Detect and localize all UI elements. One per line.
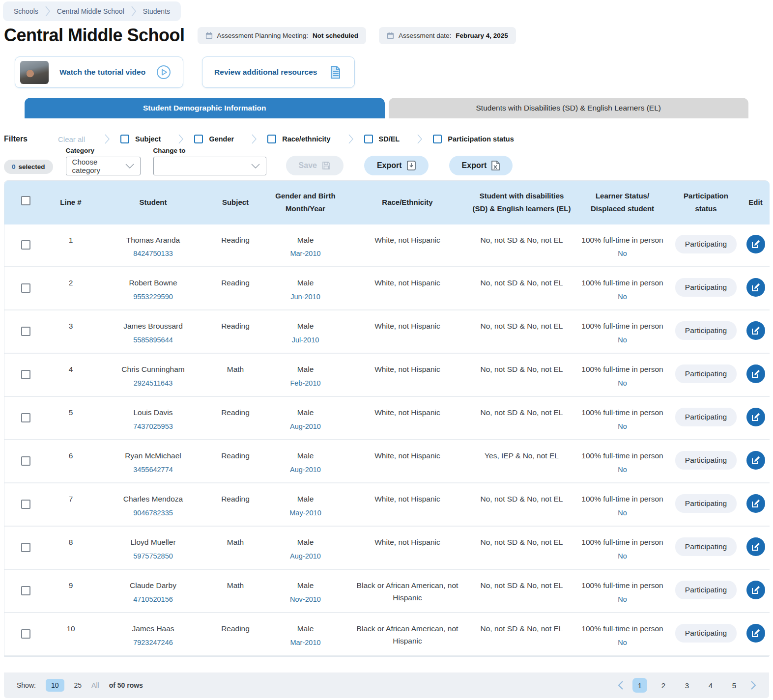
row-checkbox[interactable]	[21, 413, 30, 422]
participation-status-button[interactable]: Participating	[675, 235, 737, 253]
save-icon	[322, 161, 331, 170]
title-row: Central Middle School Assessment Plannin…	[4, 25, 773, 46]
participation-status-button[interactable]: Participating	[675, 451, 737, 470]
race-ethnicity-cell: White, not Hispanic	[346, 310, 469, 353]
category-field: Category Choose category	[66, 147, 141, 175]
export-excel-button[interactable]: Export	[449, 156, 513, 175]
col-race-ethnicity: Race/Ethnicity	[346, 181, 469, 224]
participation-status-button[interactable]: Participating	[675, 581, 737, 599]
participation-status-button[interactable]: Participating	[675, 494, 737, 513]
tab-student-demographic[interactable]: Student Demographic Information	[25, 98, 385, 118]
row-checkbox[interactable]	[21, 370, 30, 379]
gender-birth-cell: Male Aug-2010	[265, 526, 346, 569]
row-checkbox[interactable]	[21, 500, 30, 509]
filter-participation-checkbox[interactable]	[433, 135, 442, 143]
change-to-select[interactable]	[153, 157, 266, 175]
filter-subject-checkbox[interactable]	[120, 135, 129, 143]
edit-button[interactable]	[746, 408, 765, 426]
select-all-checkbox[interactable]	[21, 196, 30, 205]
participation-status-button[interactable]: Participating	[675, 278, 737, 297]
show-25-option[interactable]: 25	[74, 681, 82, 689]
sd-el-cell: No, not SD & No, not EL	[469, 396, 574, 440]
birth-month-year: Aug-2010	[268, 464, 343, 476]
learner-status-cell: 100% full-time in person No	[574, 483, 670, 526]
participation-status-button[interactable]: Participating	[675, 321, 737, 340]
edit-button[interactable]	[746, 235, 765, 253]
previous-page-icon[interactable]	[618, 680, 624, 690]
edit-button[interactable]	[746, 364, 765, 383]
col-learner-status: Learner Status/ Displaced student	[574, 181, 670, 224]
edit-button[interactable]	[746, 581, 765, 599]
action-cards: Watch the tutorial video Review addition…	[15, 56, 773, 88]
row-checkbox[interactable]	[21, 543, 30, 552]
gender: Male	[268, 493, 343, 505]
badge-value: Not scheduled	[313, 32, 358, 39]
show-label: Show:	[17, 681, 36, 689]
birth-month-year: Aug-2010	[268, 421, 343, 432]
next-page-icon[interactable]	[750, 680, 756, 690]
save-button[interactable]: Save	[286, 156, 344, 175]
page-4-button[interactable]: 4	[703, 678, 718, 693]
page-2-button[interactable]: 2	[656, 678, 671, 693]
breadcrumb-item-schools[interactable]: Schools	[14, 7, 38, 15]
page-5-button[interactable]: 5	[727, 678, 742, 693]
student-cell: Claude Darby 4710520156	[100, 569, 206, 613]
edit-pencil-icon	[751, 586, 760, 595]
student-table: Line # Student Subject Gender and Birth …	[4, 180, 769, 657]
sd-el-cell: No, not SD & No, not EL	[469, 310, 574, 353]
clear-all-filters[interactable]: Clear all	[58, 135, 85, 143]
table-footer: Show: 10 25 All of 50 rows 1 2 3 4 5	[4, 672, 769, 698]
participation-status-button[interactable]: Participating	[675, 624, 737, 643]
edit-button[interactable]	[746, 537, 765, 556]
student-name: Thomas Aranda	[103, 234, 203, 247]
page-1-button[interactable]: 1	[632, 678, 647, 693]
chevron-right-icon	[131, 6, 136, 17]
row-checkbox[interactable]	[21, 586, 30, 595]
breadcrumb-item-students[interactable]: Students	[143, 7, 170, 15]
watch-tutorial-button[interactable]: Watch the tutorial video	[15, 56, 183, 88]
show-10-option[interactable]: 10	[46, 679, 64, 692]
filter-sdel-checkbox[interactable]	[364, 135, 373, 143]
review-resources-button[interactable]: Review additional resources	[202, 56, 355, 88]
student-id: 8424750133	[103, 248, 203, 259]
edit-button[interactable]	[746, 494, 765, 513]
filter-race-checkbox[interactable]	[267, 135, 276, 143]
gender: Male	[268, 320, 343, 333]
student-cell: James Haas 7923247246	[100, 613, 206, 656]
filter-gender-checkbox[interactable]	[194, 135, 203, 143]
edit-button[interactable]	[746, 278, 765, 297]
pdf-file-icon	[407, 161, 416, 170]
breadcrumb-item-school[interactable]: Central Middle School	[57, 7, 124, 15]
filter-gender: Gender	[194, 135, 234, 143]
row-checkbox[interactable]	[21, 283, 30, 293]
export-pdf-button[interactable]: Export	[364, 156, 429, 175]
change-to-label: Change to	[153, 147, 266, 154]
line-number-cell: 5	[41, 396, 100, 440]
race-ethnicity-cell: White, not Hispanic	[346, 440, 469, 483]
table-row: 3 James Broussard 5585895644 Reading Mal…	[4, 310, 770, 353]
participation-status-button[interactable]: Participating	[675, 537, 737, 556]
participation-status-button[interactable]: Participating	[675, 408, 737, 426]
line-number-cell: 2	[41, 267, 100, 310]
row-checkbox[interactable]	[21, 327, 30, 336]
line-number-cell: 8	[41, 526, 100, 569]
row-checkbox[interactable]	[21, 456, 30, 466]
page-3-button[interactable]: 3	[680, 678, 694, 693]
selected-count: 0	[12, 163, 16, 170]
tab-sd-el[interactable]: Students with Disabilities (SD) & Englis…	[389, 98, 749, 118]
row-checkbox[interactable]	[21, 240, 30, 250]
learner-status-cell: 100% full-time in person No	[574, 310, 670, 353]
show-all-option[interactable]: All	[91, 681, 99, 689]
chevron-right-icon	[417, 134, 422, 144]
participation-status-button[interactable]: Participating	[675, 364, 737, 383]
edit-pencil-icon	[751, 369, 760, 379]
edit-button[interactable]	[746, 321, 765, 340]
line-number-cell: 9	[41, 569, 100, 613]
category-select[interactable]: Choose category	[66, 157, 141, 175]
row-checkbox[interactable]	[21, 629, 30, 639]
learner-status: 100% full-time in person	[577, 580, 667, 592]
edit-button[interactable]	[746, 624, 765, 643]
subject-cell: Reading	[206, 396, 265, 440]
line-number-cell: 1	[41, 224, 100, 267]
edit-button[interactable]	[746, 451, 765, 470]
